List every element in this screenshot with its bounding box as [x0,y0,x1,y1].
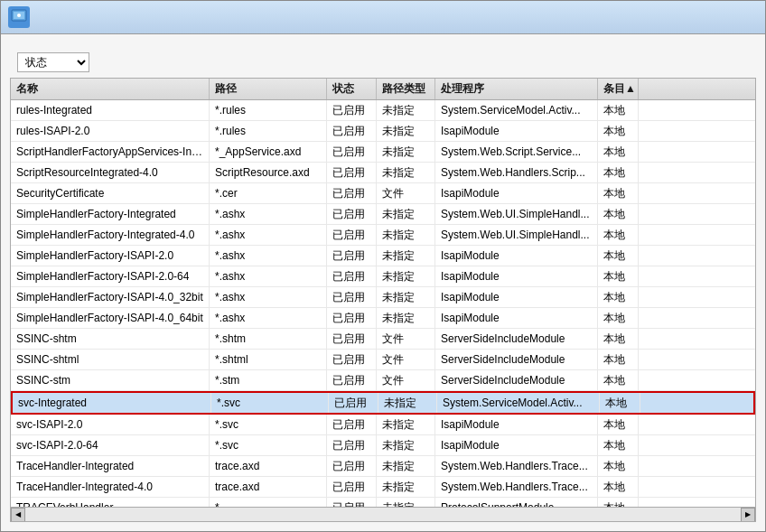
table-cell: 已启用 [327,266,377,286]
table-row[interactable]: SimpleHandlerFactory-ISAPI-2.0*.ashx已启用未… [11,246,755,266]
table-row[interactable]: SimpleHandlerFactory-Integrated-4.0*.ash… [11,225,755,246]
table-cell: 本地 [598,308,639,328]
toolbar: 状态 名称 路径类型 处理程序 [1,49,765,78]
table-cell: *.shtm [210,329,327,349]
table-cell: System.Web.UI.SimpleHandl... [435,225,598,245]
table-cell: 已启用 [327,287,377,307]
col-header-name[interactable]: 名称 [11,79,210,99]
table-cell: ServerSideIncludeModule [435,350,598,369]
group-select[interactable]: 状态 名称 路径类型 处理程序 [17,52,89,72]
table-cell: 已启用 [327,498,377,507]
table-header: 名称 路径 状态 路径类型 处理程序 条目▲ [11,79,755,100]
col-header-handler[interactable]: 处理程序 [435,79,598,99]
table-row[interactable]: TraceHandler-Integrated-4.0trace.axd已启用未… [11,477,755,498]
table-cell: SimpleHandlerFactory-ISAPI-4.0_32bit [11,287,210,307]
table-row[interactable]: SimpleHandlerFactory-ISAPI-4.0_32bit*.as… [11,287,755,308]
table-cell: svc-Integrated [13,393,211,413]
table-row[interactable]: SSINC-stm*.stm已启用文件ServerSideIncludeModu… [11,370,755,391]
table-row[interactable]: SimpleHandlerFactory-Integrated*.ashx已启用… [11,204,755,225]
table-cell: 已启用 [327,370,377,390]
table-cell: *.ashx [210,225,327,245]
table-cell: 本地 [598,498,639,507]
col-header-extra[interactable]: 条目▲ [598,79,639,99]
table-row[interactable]: svc-ISAPI-2.0*.svc已启用未指定IsapiModule本地 [11,415,755,435]
table-cell: trace.axd [210,477,327,497]
table-row[interactable]: SSINC-shtml*.shtml已启用文件ServerSideInclude… [11,350,755,370]
table-row[interactable]: ScriptHandlerFactoryAppServices-Integrat… [11,142,755,163]
table-row[interactable]: TraceHandler-Integratedtrace.axd已启用未指定Sy… [11,456,755,477]
table-cell: rules-ISAPI-2.0 [11,121,210,141]
col-header-status[interactable]: 状态 [327,79,377,99]
table-cell: *.ashx [210,266,327,286]
table-cell: *.svc [210,435,327,455]
svg-rect-2 [14,22,24,24]
table-cell: 未指定 [377,142,435,162]
table-cell: IsapiModule [435,183,598,203]
table-cell: ScriptResourceIntegrated-4.0 [11,163,210,182]
horizontal-scrollbar[interactable]: ◀ ▶ [11,507,755,521]
window-icon [8,6,30,28]
scroll-track[interactable] [25,508,741,522]
table-cell: 本地 [598,100,639,120]
scroll-right-btn[interactable]: ▶ [741,508,755,522]
table-cell: *.svc [210,415,327,434]
table-row[interactable]: SimpleHandlerFactory-ISAPI-2.0-64*.ashx已… [11,266,755,287]
svg-point-3 [17,14,21,17]
table-cell: rules-Integrated [11,100,210,120]
table-cell: SSINC-shtml [11,350,210,369]
table-cell: svc-ISAPI-2.0 [11,415,210,434]
table-row[interactable]: TRACEVerbHandler*已启用未指定ProtocolSupportMo… [11,498,755,507]
table-cell: svc-ISAPI-2.0-64 [11,435,210,455]
table-cell: ServerSideIncludeModule [435,329,598,349]
table-cell: trace.axd [210,456,327,476]
table-cell: 已启用 [327,163,377,182]
table-row[interactable]: SimpleHandlerFactory-ISAPI-4.0_64bit*.as… [11,308,755,329]
table-row[interactable]: rules-ISAPI-2.0*.rules已启用未指定IsapiModule本… [11,121,755,142]
table-cell: IsapiModule [435,246,598,266]
table-cell: 本地 [598,246,639,266]
table-cell: *.cer [210,183,327,203]
table-row[interactable]: SSINC-shtm*.shtm已启用文件ServerSideIncludeMo… [11,329,755,350]
table-cell: 本地 [598,287,639,307]
table-cell: 已启用 [329,393,378,413]
table-cell: 本地 [598,456,639,476]
table-cell: 已启用 [327,329,377,349]
table-cell: 已启用 [327,183,377,203]
table-cell: SSINC-stm [11,370,210,390]
table-body[interactable]: rules-Integrated*.rules已启用未指定System.Serv… [11,100,755,507]
table-cell: 未指定 [377,415,435,434]
table-cell: 文件 [377,370,435,390]
table-cell: ScriptResource.axd [210,163,327,182]
table-row[interactable]: svc-Integrated*.svc已启用未指定System.ServiceM… [11,391,755,415]
description-text [1,34,765,49]
table-cell: *.ashx [210,308,327,328]
table-row[interactable]: SecurityCertificate*.cer已启用文件IsapiModule… [11,183,755,204]
col-header-path[interactable]: 路径 [210,79,327,99]
table-cell: 已启用 [327,142,377,162]
col-header-pathtype[interactable]: 路径类型 [377,79,435,99]
table-cell: 本地 [598,329,639,349]
table-cell: 未指定 [377,308,435,328]
table-cell: 未指定 [377,266,435,286]
table-cell: 已启用 [327,308,377,328]
table-cell: 已启用 [327,415,377,434]
table-cell: *.ashx [210,246,327,266]
table-row[interactable]: ScriptResourceIntegrated-4.0ScriptResour… [11,163,755,183]
table-cell: SSINC-shtm [11,329,210,349]
table-cell: 本地 [600,393,640,413]
table-cell: *.shtml [210,350,327,369]
table-row[interactable]: svc-ISAPI-2.0-64*.svc已启用未指定IsapiModule本地 [11,435,755,456]
table-cell: 未指定 [377,204,435,224]
table-row[interactable]: rules-Integrated*.rules已启用未指定System.Serv… [11,100,755,121]
table-cell: IsapiModule [435,121,598,141]
table-cell: 已启用 [327,121,377,141]
table-cell: 文件 [377,183,435,203]
table-cell: ProtocolSupportModule [435,498,598,507]
table-cell: * [210,498,327,507]
table-cell: 本地 [598,415,639,434]
table-cell: 已启用 [327,100,377,120]
scroll-left-btn[interactable]: ◀ [11,508,25,522]
table-cell: 已启用 [327,350,377,369]
table-cell: SimpleHandlerFactory-Integrated-4.0 [11,225,210,245]
table-cell: 已启用 [327,204,377,224]
